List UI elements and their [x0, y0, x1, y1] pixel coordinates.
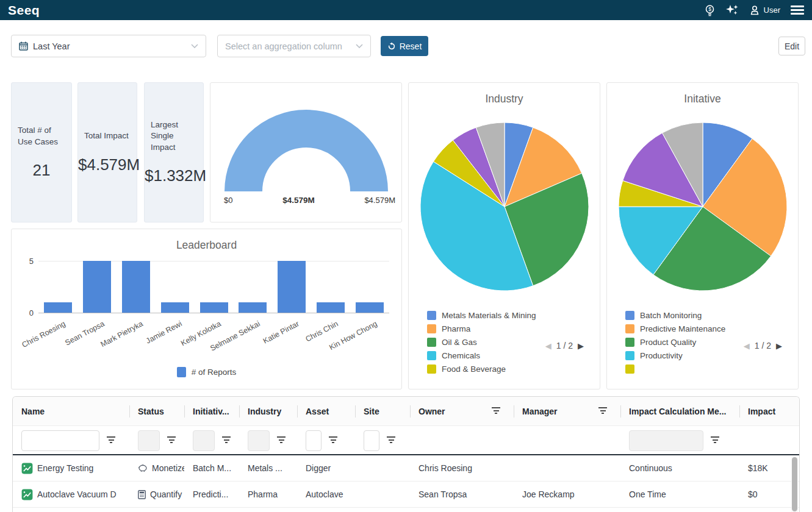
x-axis-label: Mark Pietryka: [99, 319, 145, 349]
column-header-manager[interactable]: Manager: [514, 397, 620, 426]
leaderboard-legend[interactable]: # of Reports: [12, 367, 401, 377]
column-header-initiative[interactable]: Initiativ...: [184, 397, 239, 426]
legend-next-icon[interactable]: ▶: [578, 341, 584, 350]
kpi-label: Total Impact: [78, 130, 137, 141]
gauge-min-label: $0: [224, 196, 232, 205]
legend-prev-icon[interactable]: ◀: [545, 341, 552, 350]
filter-icon[interactable]: [492, 407, 500, 416]
legend-prev-icon[interactable]: ◀: [744, 341, 750, 350]
x-axis-label: Katie Pintar: [262, 319, 301, 346]
date-range-value: Last Year: [33, 41, 70, 51]
column-header-impact[interactable]: Impact: [739, 397, 799, 426]
legend-item[interactable]: Metals Materials & Mining: [427, 311, 536, 320]
column-header-site[interactable]: Site: [355, 397, 410, 426]
legend-label: Oil & Gas: [442, 338, 477, 347]
legend-label: Batch Monitoring: [640, 311, 702, 320]
legend-item[interactable]: Batch Monitoring: [625, 311, 725, 320]
x-axis-label: Jamie Rewi: [145, 319, 184, 346]
bar: [317, 302, 345, 313]
gauge-labels: $0 $4.579M $4.579M: [224, 196, 395, 205]
filter-icon[interactable]: [222, 436, 231, 445]
impact-method-filter-input: [629, 430, 703, 451]
user-icon: [749, 5, 760, 16]
kpi-value: 21: [12, 161, 71, 180]
filter-icon[interactable]: [598, 407, 607, 416]
legend-item[interactable]: Food & Beverage: [427, 364, 536, 374]
table-row[interactable]: Autoclave Vacuum D Quantify Predicti... …: [13, 482, 799, 508]
table-scrollbar-thumb[interactable]: [792, 457, 797, 511]
column-header-status[interactable]: Status: [129, 397, 184, 426]
cell-status: Quantify: [150, 489, 182, 499]
reset-button[interactable]: Reset: [381, 36, 428, 56]
legend-item[interactable]: Pharma: [427, 324, 536, 333]
legend-item[interactable]: Productivity: [625, 351, 725, 360]
filter-icon[interactable]: [277, 436, 286, 445]
kpi-largest-single-impact: Largest Single Impact $1.332M: [144, 82, 204, 222]
leaderboard-bar-chart[interactable]: [38, 261, 389, 313]
column-header-impact-method[interactable]: Impact Calculation Me...: [620, 397, 739, 426]
cell-impact: $18K: [748, 463, 768, 473]
filter-icon[interactable]: [711, 436, 719, 445]
report-icon: [21, 463, 33, 474]
cell-impact-method: Continuous: [629, 463, 672, 473]
bar: [83, 261, 111, 313]
bar: [44, 302, 72, 313]
legend-swatch: [427, 338, 436, 347]
reset-label: Reset: [400, 41, 422, 51]
column-header-asset[interactable]: Asset: [297, 397, 355, 426]
column-header-name[interactable]: Name: [13, 397, 129, 426]
filter-icon[interactable]: [167, 436, 176, 445]
legend-item[interactable]: Oil & Gas: [427, 338, 536, 347]
legend-item[interactable]: Product Quality: [625, 338, 725, 347]
table-header-row: Name Status Initiativ... Industry Asset …: [13, 397, 799, 426]
legend-item[interactable]: [625, 364, 725, 374]
legend-page-indicator: 1 / 2: [755, 341, 771, 350]
industry-pie-chart[interactable]: [409, 100, 601, 307]
kpi-value: $4.579M: [78, 155, 137, 174]
filter-icon[interactable]: [107, 436, 115, 445]
bar: [278, 261, 306, 313]
name-filter-input[interactable]: [21, 430, 99, 451]
table-row[interactable]: Energy Testing Monetize Batch M... Metal…: [13, 455, 799, 482]
filter-icon[interactable]: [387, 436, 395, 445]
kpi-label: Largest Single Impact: [145, 119, 203, 153]
column-header-industry[interactable]: Industry: [239, 397, 297, 426]
ai-sparkles-icon[interactable]: [725, 4, 739, 16]
cell-name: Autoclave Vacuum D: [37, 489, 117, 499]
aggregation-column-select[interactable]: Select an aggregation column: [217, 35, 371, 57]
cell-asset: Digger: [306, 463, 331, 473]
date-range-select[interactable]: Last Year: [11, 35, 206, 57]
legend-swatch: [625, 364, 634, 374]
impact-gauge-chart[interactable]: [210, 83, 403, 205]
bar: [239, 302, 267, 313]
bar: [200, 302, 228, 313]
impact-gauge-panel: $0 $4.579M $4.579M: [210, 82, 402, 222]
cell-manager: Joe Reckamp: [522, 489, 575, 499]
site-filter-input[interactable]: [364, 430, 379, 451]
edit-button[interactable]: Edit: [778, 37, 805, 55]
hamburger-menu-icon[interactable]: [791, 5, 804, 15]
legend-page-indicator: 1 / 2: [556, 341, 573, 350]
cell-industry: Pharma: [248, 489, 278, 499]
leaderboard-title: Leaderboard: [12, 239, 401, 252]
asset-filter-input[interactable]: [306, 430, 322, 451]
legend-item[interactable]: Chemicals: [427, 351, 536, 360]
column-header-owner[interactable]: Owner: [410, 397, 514, 426]
monetization-idea-icon[interactable]: $: [705, 4, 715, 16]
legend-swatch: [427, 364, 436, 374]
industry-legend: Metals Materials & Mining Pharma Oil & G…: [427, 311, 536, 374]
filter-icon[interactable]: [329, 436, 337, 445]
cell-impact: $0: [748, 489, 758, 499]
legend-item[interactable]: Predictive Maintenance: [625, 324, 725, 333]
user-menu[interactable]: User: [749, 5, 780, 16]
cell-name: Energy Testing: [37, 463, 93, 473]
legend-next-icon[interactable]: ▶: [776, 341, 782, 350]
industry-filter-input: [248, 430, 270, 451]
kpi-label: Total # of Use Cases: [12, 125, 71, 147]
initiative-legend: Batch Monitoring Predictive Maintenance …: [625, 311, 725, 374]
svg-text:$: $: [708, 6, 711, 12]
cell-initiative: Predicti...: [193, 489, 228, 499]
cell-initiative: Batch M...: [193, 463, 231, 473]
initiative-pie-chart[interactable]: [607, 100, 799, 307]
seeq-logo[interactable]: Seeq: [8, 3, 40, 18]
